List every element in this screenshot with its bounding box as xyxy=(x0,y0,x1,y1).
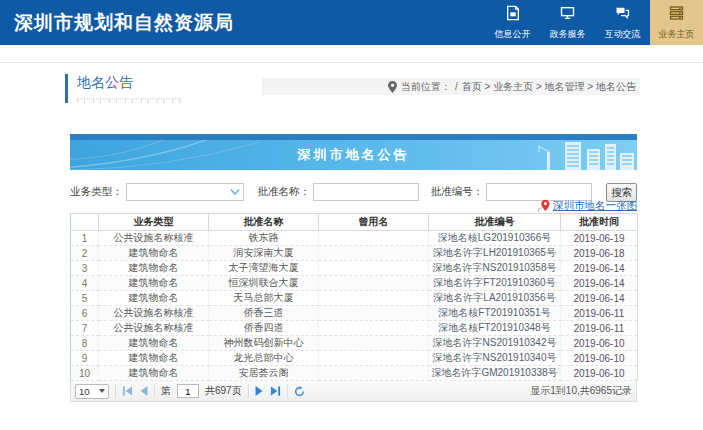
table-row[interactable]: 10 建筑物命名 安居荟云阁 深地名许字GM201910338号 2019-06… xyxy=(71,366,638,381)
location-pin-icon xyxy=(388,81,397,93)
prev-page-button[interactable] xyxy=(139,386,148,396)
approved-name-cell: 侨香三道 xyxy=(209,306,319,321)
approval-date-cell: 2019-06-10 xyxy=(561,366,638,381)
page-number-input[interactable] xyxy=(177,384,199,398)
approved-name-cell: 侨香四道 xyxy=(209,321,319,336)
approval-date-cell: 2019-06-14 xyxy=(561,291,638,306)
page-subtitle: |''|'''|''|'''|''|'''|''|'''|''|'''|''|'… xyxy=(77,97,181,103)
table-row[interactable]: 7 公共设施名称核准 侨香四道 深地名核FT201910348号 2019-06… xyxy=(71,321,638,336)
announcement-table: 业务类型 批准名称 曾用名 批准编号 批准时间 1 公共设施名称核准 铁东路 深… xyxy=(70,213,638,381)
table-row[interactable]: 2 建筑物命名 润安深南大厦 深地名许字LH201910365号 2019-06… xyxy=(71,246,638,261)
banner-swirl-decoration xyxy=(70,140,290,170)
approval-number-label: 批准编号： xyxy=(431,185,484,199)
approval-number-cell: 深地名许字LH201910365号 xyxy=(429,246,561,261)
former-name-cell xyxy=(319,276,429,291)
row-index-cell: 1 xyxy=(71,231,99,246)
top-nav: 信息公开 政务服务 互动交流 业务主页 xyxy=(485,0,703,45)
approval-number-cell: 深地名许字GM201910338号 xyxy=(429,366,561,381)
page-size-select[interactable]: 10 xyxy=(75,384,109,399)
row-index-cell: 8 xyxy=(71,336,99,351)
city-placename-map-link[interactable]: 深圳市地名一张图 xyxy=(553,199,637,213)
nav-item-business-home[interactable]: 业务主页 xyxy=(650,0,703,45)
approval-date-cell: 2019-06-11 xyxy=(561,321,638,336)
table-header-row: 业务类型 批准名称 曾用名 批准编号 批准时间 xyxy=(71,214,638,231)
nav-label: 信息公开 xyxy=(495,28,531,41)
row-index-cell: 2 xyxy=(71,246,99,261)
col-header-index xyxy=(71,214,99,231)
nav-item-gov-services[interactable]: 政务服务 xyxy=(540,0,595,45)
approval-number-cell: 深地名许字LA201910356号 xyxy=(429,291,561,306)
section-title-block: 地名公告 |''|'''|''|'''|''|'''|''|'''|''|'''… xyxy=(65,74,181,103)
row-index-cell: 10 xyxy=(71,366,99,381)
banner: 深圳市地名公告 xyxy=(70,134,637,170)
approval-number-cell: 深地名核FT201910351号 xyxy=(429,306,561,321)
nav-item-info-disclosure[interactable]: 信息公开 xyxy=(485,0,540,45)
nav-label: 业务主页 xyxy=(659,28,695,41)
business-type-cell: 建筑物命名 xyxy=(99,366,209,381)
approval-number-cell: 深地名核FT201910348号 xyxy=(429,321,561,336)
page: 深圳市规划和自然资源局 信息公开 政务服务 互动交流 xyxy=(0,0,703,430)
approval-number-cell: 深地名核LG201910366号 xyxy=(429,231,561,246)
table-row[interactable]: 4 建筑物命名 恒深圳联合大厦 深地名许字FT201910360号 2019-0… xyxy=(71,276,638,291)
row-index-cell: 5 xyxy=(71,291,99,306)
refresh-icon[interactable] xyxy=(294,386,305,397)
row-index-cell: 9 xyxy=(71,351,99,366)
table-row[interactable]: 8 建筑物命名 神州数码创新中心 深地名许字NS201910342号 2019-… xyxy=(71,336,638,351)
approval-number-cell: 深地名许字FT201910360号 xyxy=(429,276,561,291)
business-type-label: 业务类型： xyxy=(70,185,123,199)
col-header-former-name: 曾用名 xyxy=(319,214,429,231)
table-row[interactable]: 3 建筑物命名 太子湾望海大厦 深地名许字NS201910358号 2019-0… xyxy=(71,261,638,276)
approval-date-cell: 2019-06-11 xyxy=(561,306,638,321)
table-row[interactable]: 6 公共设施名称核准 侨香三道 深地名核FT201910351号 2019-06… xyxy=(71,306,638,321)
approval-date-cell: 2019-06-14 xyxy=(561,276,638,291)
breadcrumb-path[interactable]: 首页 > 业务主页 > 地名管理 > 地名公告 xyxy=(462,80,636,94)
page-size-value: 10 xyxy=(79,386,90,397)
business-type-cell: 公共设施名称核准 xyxy=(99,306,209,321)
divider xyxy=(115,384,116,398)
former-name-cell xyxy=(319,336,429,351)
approved-name-cell: 龙光总部中心 xyxy=(209,351,319,366)
col-header-business-type: 业务类型 xyxy=(99,214,209,231)
former-name-cell xyxy=(319,246,429,261)
breadcrumb-prefix: 当前位置： xyxy=(401,80,451,94)
banner-title: 深圳市地名公告 xyxy=(298,146,410,164)
approval-date-cell: 2019-06-10 xyxy=(561,336,638,351)
approved-name-label: 批准名称： xyxy=(257,185,310,199)
nav-item-interaction[interactable]: 互动交流 xyxy=(595,0,650,45)
table-row[interactable]: 9 建筑物命名 龙光总部中心 深地名许字NS201910340号 2019-06… xyxy=(71,351,638,366)
map-pin-red-icon xyxy=(537,199,551,213)
approval-number-cell: 深地名许字NS201910342号 xyxy=(429,336,561,351)
last-page-button[interactable] xyxy=(270,386,281,396)
monitor-icon xyxy=(559,5,576,25)
approval-number-cell: 深地名许字NS201910358号 xyxy=(429,261,561,276)
total-pages-label: 共697页 xyxy=(205,384,242,398)
table-body: 1 公共设施名称核准 铁东路 深地名核LG201910366号 2019-06-… xyxy=(71,231,638,381)
announcement-table-wrap: 业务类型 批准名称 曾用名 批准编号 批准时间 1 公共设施名称核准 铁东路 深… xyxy=(70,213,637,402)
approved-name-cell: 太子湾望海大厦 xyxy=(209,261,319,276)
approved-name-cell: 恒深圳联合大厦 xyxy=(209,276,319,291)
former-name-cell xyxy=(319,231,429,246)
chat-icon xyxy=(614,5,631,25)
col-header-approved-name: 批准名称 xyxy=(209,214,319,231)
business-type-cell: 建筑物命名 xyxy=(99,276,209,291)
app-header: 深圳市规划和自然资源局 信息公开 政务服务 互动交流 xyxy=(0,0,703,45)
divider xyxy=(0,62,703,63)
divider xyxy=(248,384,249,398)
business-type-cell: 公共设施名称核准 xyxy=(99,231,209,246)
breadcrumb: 当前位置： / 首页 > 业务主页 > 地名管理 > 地名公告 xyxy=(262,78,640,95)
approval-date-cell: 2019-06-18 xyxy=(561,246,638,261)
caret-down-icon xyxy=(99,389,105,393)
table-row[interactable]: 5 建筑物命名 天马总部大厦 深地名许字LA201910356号 2019-06… xyxy=(71,291,638,306)
approval-date-cell: 2019-06-19 xyxy=(561,231,638,246)
first-page-button[interactable] xyxy=(122,386,133,396)
table-row[interactable]: 1 公共设施名称核准 铁东路 深地名核LG201910366号 2019-06-… xyxy=(71,231,638,246)
next-page-button[interactable] xyxy=(255,386,264,396)
col-header-approval-date: 批准时间 xyxy=(561,214,638,231)
former-name-cell xyxy=(319,321,429,336)
row-index-cell: 6 xyxy=(71,306,99,321)
map-link-row: 深圳市地名一张图 xyxy=(70,199,637,213)
approved-name-cell: 铁东路 xyxy=(209,231,319,246)
pagination-bar: 10 第 共697页 显示1到1 xyxy=(70,381,637,402)
former-name-cell xyxy=(319,291,429,306)
approved-name-cell: 神州数码创新中心 xyxy=(209,336,319,351)
